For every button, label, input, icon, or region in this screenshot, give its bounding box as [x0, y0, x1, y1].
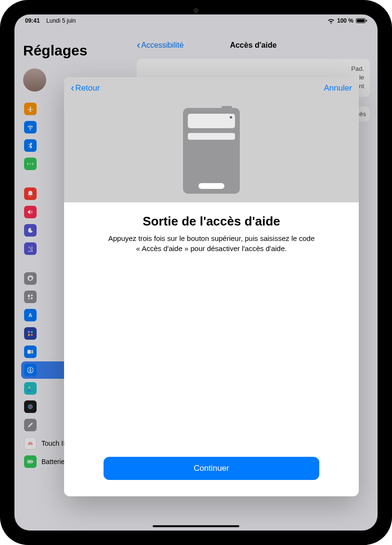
- sheet-title: Sortie de l'accès d'aide: [93, 214, 330, 229]
- illustration-text-row: [188, 133, 235, 140]
- sheet-body: Sortie de l'accès d'aide Appuyez trois f…: [64, 202, 359, 457]
- back-label: Retour: [75, 83, 100, 93]
- cancel-label: Annuler: [324, 83, 352, 93]
- ipad-frame: 09:41 Lundi 5 juin 100 % Réglages: [0, 0, 392, 545]
- chevron-left-icon: ‹: [71, 83, 74, 93]
- assistive-access-sheet: ‹ Retour Annuler Sortie de l'accès d'aid…: [64, 77, 359, 496]
- front-camera: [194, 8, 198, 13]
- home-indicator[interactable]: [153, 525, 239, 527]
- back-button[interactable]: ‹ Retour: [71, 83, 100, 93]
- sheet-description: Appuyez trois fois sur le bouton supérie…: [93, 234, 330, 253]
- cancel-button[interactable]: Annuler: [324, 83, 352, 93]
- sheet-navbar: ‹ Retour Annuler: [64, 77, 359, 99]
- ipad-illustration: [183, 108, 240, 194]
- sheet-footer: Continuer: [64, 457, 359, 496]
- continue-button[interactable]: Continuer: [104, 457, 319, 480]
- illustration-app-row: [188, 114, 235, 128]
- sheet-header: ‹ Retour Annuler: [64, 77, 359, 202]
- screen: 09:41 Lundi 5 juin 100 % Réglages: [14, 14, 378, 531]
- top-button-illustration: [222, 106, 232, 108]
- illustration-home-button: [198, 183, 224, 189]
- continue-label: Continuer: [194, 464, 229, 473]
